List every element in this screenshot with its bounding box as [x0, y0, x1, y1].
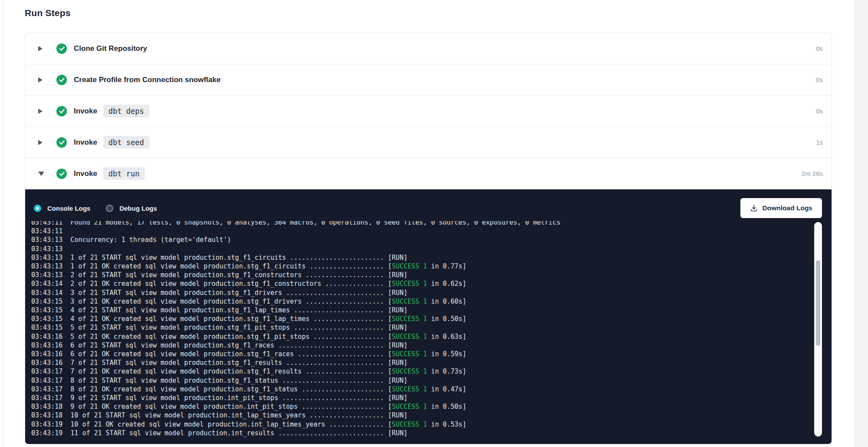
- log-timestamp: 03:43:16: [31, 359, 62, 367]
- log-timestamp: 03:43:19: [31, 429, 62, 437]
- log-status-detail: RUN]: [392, 377, 408, 384]
- log-status-detail: RUN]: [392, 254, 408, 262]
- log-timestamp: 03:43:14: [31, 280, 62, 288]
- log-timestamp: 03:43:13: [31, 245, 62, 253]
- expand-caret-icon[interactable]: [38, 109, 46, 114]
- log-status-detail: in 0.50s]: [427, 315, 466, 323]
- log-message: 8 of 21 OK created sql view model produc…: [70, 385, 392, 393]
- console-scrollbar-thumb[interactable]: [816, 260, 820, 346]
- log-status-detail: RUN]: [392, 429, 408, 437]
- console-panel: Console Logs Debug Logs Download Logs 03: [25, 189, 832, 444]
- log-timestamp: 03:43:14: [31, 289, 62, 297]
- console-scrollbar[interactable]: [814, 222, 822, 437]
- log-status-detail: in 0.63s]: [427, 333, 466, 341]
- log-timestamp: 03:43:15: [31, 298, 62, 305]
- step-label: Invoke: [74, 107, 97, 116]
- radio-unselected-icon[interactable]: [106, 205, 113, 212]
- log-message: 10 of 21 START sql view model production…: [70, 411, 392, 419]
- log-line: 03:43:13 1 of 21 OK created sql view mod…: [31, 262, 812, 271]
- console-header: Console Logs Debug Logs Download Logs: [25, 189, 832, 218]
- log-status-success: SUCCESS 1: [392, 385, 427, 393]
- step-duration: 0s: [816, 45, 823, 52]
- log-timestamp: 03:43:15: [31, 315, 62, 323]
- log-status-detail: in 0.47s]: [427, 385, 466, 393]
- run-step-list: Clone Git Repository 0s Create Profile f…: [25, 33, 832, 189]
- run-step-row[interactable]: Invoke dbt seed 1s: [25, 127, 832, 158]
- log-message: 6 of 21 OK created sql view model produc…: [70, 350, 392, 358]
- expand-caret-icon[interactable]: [38, 77, 46, 83]
- log-message: 4 of 21 START sql view model production.…: [70, 306, 392, 314]
- log-timestamp: 03:43:16: [31, 350, 62, 358]
- log-status-detail: RUN]: [392, 324, 408, 331]
- log-message: Concurrency: 1 threads (target='default'…: [70, 236, 231, 244]
- success-check-icon: [56, 106, 67, 116]
- log-line: 03:43:15 4 of 21 START sql view model pr…: [31, 306, 812, 315]
- log-line: 03:43:16 5 of 21 OK created sql view mod…: [31, 332, 812, 341]
- log-message: 9 of 21 START sql view model production.…: [70, 394, 392, 402]
- run-step-row[interactable]: Clone Git Repository 0s: [25, 33, 832, 64]
- log-message: 5 of 21 OK created sql view model produc…: [70, 333, 392, 341]
- log-line: 03:43:13: [31, 245, 812, 253]
- log-status-detail: in 0.62s]: [427, 280, 466, 288]
- log-line: 03:43:17 8 of 21 START sql view model pr…: [31, 376, 812, 385]
- console-log-output[interactable]: 03:43:11 Found 21 models, 17 tests, 0 sn…: [31, 221, 812, 444]
- log-status-detail: RUN]: [392, 394, 408, 402]
- success-check-icon: [56, 169, 67, 179]
- step-duration: 0s: [816, 76, 823, 83]
- log-status-success: SUCCESS 1: [392, 298, 427, 305]
- log-timestamp: 03:43:13: [31, 271, 62, 279]
- expand-caret-icon[interactable]: [38, 46, 46, 51]
- log-timestamp: 03:43:17: [31, 377, 62, 384]
- log-timestamp: 03:43:19: [31, 421, 62, 428]
- log-status-detail: in 0.73s]: [427, 368, 466, 375]
- debug-logs-label: Debug Logs: [119, 205, 157, 212]
- step-label: Create Profile from Connection snowflake: [74, 76, 220, 84]
- log-line: 03:43:16 6 of 21 START sql view model pr…: [31, 341, 812, 350]
- step-label: Invoke: [74, 138, 97, 147]
- log-timestamp: 03:43:16: [31, 333, 62, 341]
- step-command-chip: dbt deps: [103, 105, 149, 117]
- step-duration: 2m 26s: [802, 170, 823, 177]
- log-status-detail: RUN]: [392, 411, 408, 419]
- log-message: 6 of 21 START sql view model production.…: [70, 341, 392, 349]
- run-step-row[interactable]: Invoke dbt deps 0s: [25, 96, 832, 127]
- log-message: 7 of 21 START sql view model production.…: [70, 359, 392, 367]
- log-line: 03:43:18 9 of 21 OK created sql view mod…: [31, 402, 812, 411]
- expand-caret-icon[interactable]: [38, 172, 46, 176]
- log-status-success: SUCCESS 1: [392, 368, 427, 375]
- step-duration: 1s: [816, 139, 823, 146]
- download-logs-button[interactable]: Download Logs: [740, 198, 822, 218]
- log-timestamp: 03:43:16: [31, 341, 62, 349]
- expand-caret-icon[interactable]: [38, 140, 46, 145]
- run-step-row[interactable]: Create Profile from Connection snowflake…: [25, 64, 832, 96]
- log-timestamp: 03:43:17: [31, 394, 62, 402]
- run-step-row[interactable]: Invoke dbt run 2m 26s: [25, 158, 832, 189]
- log-timestamp: 03:43:11: [31, 227, 62, 235]
- log-line: 03:43:19 11 of 21 START sql view model p…: [31, 429, 812, 437]
- log-status-detail: RUN]: [392, 341, 408, 349]
- page-left-divider: [3, 0, 3, 447]
- download-icon: [750, 204, 758, 212]
- page-right-gutter: [854, 0, 868, 447]
- debug-logs-radio[interactable]: Debug Logs: [106, 205, 157, 212]
- radio-selected-icon[interactable]: [34, 205, 41, 212]
- log-timestamp: 03:43:17: [31, 385, 62, 393]
- step-command-chip: dbt seed: [103, 136, 149, 149]
- run-steps-card: Clone Git Repository 0s Create Profile f…: [25, 33, 832, 444]
- log-status-success: SUCCESS 1: [392, 333, 427, 341]
- log-message: 11 of 21 START sql view model production…: [70, 429, 392, 437]
- console-logs-radio[interactable]: Console Logs: [34, 205, 90, 212]
- log-line: 03:43:11: [31, 227, 812, 235]
- log-line: 03:43:14 2 of 21 OK created sql view mod…: [31, 279, 812, 288]
- log-line: 03:43:16 7 of 21 START sql view model pr…: [31, 358, 812, 367]
- log-line: 03:43:13 Concurrency: 1 threads (target=…: [31, 235, 812, 244]
- log-status-detail: in 0.50s]: [427, 403, 466, 411]
- log-message: 3 of 21 START sql view model production.…: [70, 289, 392, 297]
- log-status-detail: RUN]: [392, 359, 408, 367]
- step-duration: 0s: [816, 107, 823, 115]
- log-message: 10 of 21 OK created sql view model produ…: [70, 421, 392, 428]
- log-line: 03:43:15 5 of 21 START sql view model pr…: [31, 323, 812, 332]
- log-message: Found 21 models, 17 tests, 0 snapshots, …: [70, 221, 560, 226]
- log-timestamp: 03:43:17: [31, 368, 62, 375]
- log-timestamp: 03:43:18: [31, 411, 62, 419]
